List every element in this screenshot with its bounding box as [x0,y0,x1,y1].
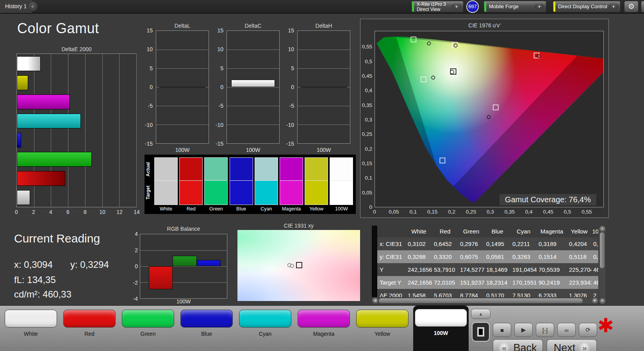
row-label: x: CIE31 [378,237,406,250]
gear-icon[interactable]: ⚙ [624,1,639,12]
cell-value: 18,2314 [484,276,510,289]
pattern-button-label: Magenta [293,331,355,337]
scrollbar-thumb[interactable] [379,298,583,303]
y-tick-label: 0,4 [360,87,372,93]
gamut-coverage-label: Gamut Coverage: [505,195,567,204]
cell-value: 242,1656 [406,276,432,289]
refresh-icon[interactable]: ⟳ [579,323,597,337]
x-label: x: [14,259,21,270]
scrollbar-track[interactable] [599,232,605,298]
scroll-down-icon[interactable]: ▼ [599,298,605,304]
reading-cdm2: cd/m²: 460,33 [14,289,71,300]
deltae-bar-Magenta [17,94,70,109]
y-tick-label: 0,5 [360,59,372,64]
deltaC-plot [227,30,280,144]
x-tick-label: 12 [116,209,123,215]
play-icon[interactable]: ▶ [514,323,533,337]
pattern-window-button[interactable] [472,322,490,342]
gridline [298,106,350,106]
cell-value: 174,5277 [458,263,484,276]
scroll-right-icon[interactable]: ▶ [592,298,598,303]
column-header: Cyan [510,226,537,237]
x-tick-label: 0,1 [409,209,417,215]
reading-fl: fL: 134,35 [14,274,56,285]
swatch-column-Green: Green [205,158,227,212]
swatch-column-Red: Red [180,158,202,212]
collapse-panel-button[interactable]: ▲ [471,309,491,319]
table-horizontal-scrollbar[interactable]: ◀ ▶ [372,298,598,304]
add-tab-button[interactable]: + [27,1,38,12]
meter-status-stripe [412,2,414,12]
y-axis-labels: 151050-5-10-15 [141,30,154,144]
column-header: Red [432,226,458,237]
page-title: Color Gamut [17,20,99,37]
loop-icon[interactable]: ∞ [557,323,576,337]
pattern-button-White[interactable]: White [3,306,59,351]
cell-value: 0,5118 [567,250,591,263]
stop-icon[interactable]: ■ [493,323,511,337]
y-tick-label: -5 [148,103,153,109]
fl-label: fL: [14,274,25,285]
row-label: Y [378,263,406,276]
cell-value: 191,0454 [510,263,537,276]
pattern-swatch-White [5,310,57,328]
scrollbar-track[interactable] [378,298,592,303]
chevron-up-icon: ▲ [479,312,483,316]
scrollbar-thumb[interactable] [600,232,605,268]
x-tick-label: 0,15 [427,209,437,215]
meter-dropdown[interactable]: X-Rite i1Pro 3 Direct View ▼ [411,1,464,12]
measurement-count-badge: 697 [466,0,479,13]
workflow-dropdown[interactable]: Direct Display Control ▼ [553,1,621,12]
source-dropdown[interactable]: Mobile Forge ▼ [483,1,546,12]
column-header: Magenta [537,226,567,237]
measure-icon[interactable]: [-] [536,323,554,337]
gridline [136,54,137,207]
target-swatch-100W [330,181,353,205]
y-tick-label: 0 [135,263,138,269]
y-tick-label: 10 [146,46,153,52]
pattern-button-Yellow[interactable]: Yellow [355,306,410,351]
cie1931-chart: CIE 1931 xy [237,223,360,301]
deltah-chart: DeltaH151050-5-10-15100W [282,23,351,153]
y-tick-label: 5 [291,65,294,71]
chart-title: DeltaH [297,23,350,29]
table-vertical-scrollbar[interactable]: ▲ ▼ [599,226,605,304]
meter-dropdown-line2: Direct View [417,7,440,12]
cell-value: 223,9343 [567,276,591,289]
row-label: ΔE 2000 [378,289,406,297]
pattern-swatch-Green [122,310,174,328]
scroll-up-icon[interactable]: ▲ [599,226,605,232]
pattern-button-Blue[interactable]: Blue [179,306,234,351]
pattern-button-Red[interactable]: Red [62,306,117,351]
cell-value: 7,5130 [510,289,537,297]
reading-x: x: 0,3094 [14,259,53,270]
transport-controls: ■▶[-]∞⟳ [493,323,597,337]
measured-marker-white [450,70,454,74]
scroll-left-icon[interactable]: ◀ [372,298,378,303]
deltaL-plot [156,30,209,144]
table-row-Y: Y242,165653,7910174,527718,1469191,04547… [372,263,598,276]
x-axis-label: 100W [227,147,280,153]
actual-swatch-White [155,158,177,181]
x-tick-label: 8 [84,209,87,215]
y-tick-label: 0 [291,84,294,90]
clipped-toolbar-button[interactable] [641,1,644,12]
pattern-button-100W[interactable]: 100W [413,306,469,351]
pattern-button-Cyan[interactable]: Cyan [237,306,293,351]
next-button[interactable]: Next » [547,339,597,351]
deltaC-bar [231,80,275,87]
back-button[interactable]: « Back [493,339,543,351]
cell-value: 0,6075 [458,250,484,263]
workflow-dropdown-label: Direct Display Control [558,1,607,12]
target-swatch-Blue [230,181,253,205]
table-row-Target Y: Target Y242,165672,0105151,923718,231417… [372,276,598,289]
results-table: WhiteRedGreenBlueCyanMagentaYellow100Wx:… [372,226,598,297]
navigation-buttons: « Back Next » [493,339,597,351]
rgb-balance-y-axis: 420-2-4 [129,234,139,299]
pattern-button-Magenta[interactable]: Magenta [296,306,351,351]
pattern-button-Green[interactable]: Green [120,306,176,351]
swatch-column-100W: 100W [330,158,353,212]
source-dropdown-label: Mobile Forge [489,1,519,12]
column-header [378,226,406,237]
x-tick-label: 14 [134,209,140,215]
